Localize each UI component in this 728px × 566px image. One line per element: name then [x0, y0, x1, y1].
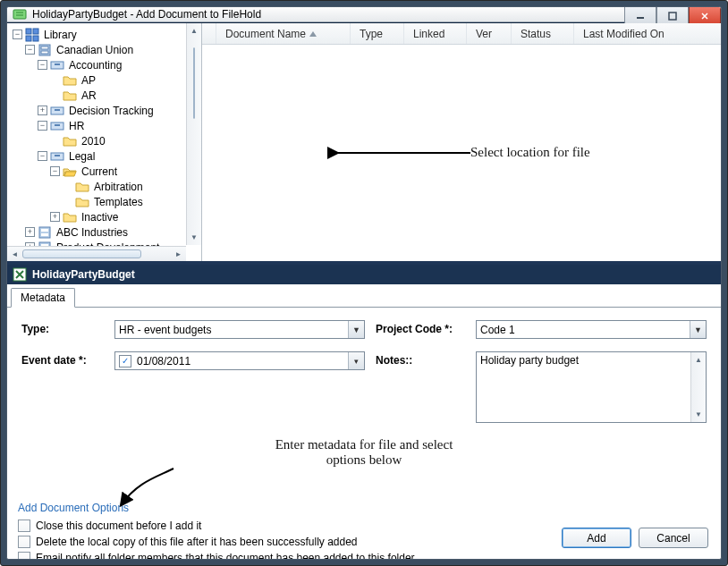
app-icon — [13, 7, 27, 21]
tree-node-2010[interactable]: 2010 — [80, 135, 107, 148]
notes-scrollbar[interactable]: ▲ ▼ — [690, 352, 706, 422]
column-ver[interactable]: Ver — [467, 23, 512, 44]
folder-tree[interactable]: − Library − Canadian Union — [7, 23, 201, 261]
minimize-button[interactable] — [624, 7, 656, 25]
scroll-up-icon[interactable]: ▲ — [691, 352, 706, 367]
library-icon — [25, 28, 39, 42]
project-code-value: Code 1 — [477, 324, 690, 336]
outer-frame: HolidayPartyBudget - Add Document to Fil… — [0, 0, 728, 566]
tree-node-decision-tracking[interactable]: Decision Tracking — [67, 105, 156, 117]
svg-rect-5 — [26, 36, 31, 41]
project-code-combo[interactable]: Code 1 ▼ — [476, 320, 707, 339]
scroll-down-icon[interactable]: ▼ — [187, 230, 201, 245]
tree-node-accounting[interactable]: Accounting — [67, 59, 123, 72]
svg-rect-11 — [55, 63, 60, 65]
document-name: HolidayPartyBudget — [32, 268, 135, 281]
add-button[interactable]: Add — [562, 528, 631, 548]
scroll-left-icon[interactable]: ◄ — [7, 247, 22, 261]
sort-ascending-icon — [309, 31, 317, 37]
column-document-name[interactable]: Document Name — [216, 23, 351, 44]
date-enable-checkbox[interactable]: ✓ — [119, 355, 131, 367]
type-combo[interactable]: HR - event budgets ▼ — [114, 320, 365, 339]
collapse-icon[interactable]: − — [50, 166, 60, 176]
checkbox-delete-local[interactable] — [18, 536, 30, 548]
column-label: Last Modified On — [583, 28, 665, 40]
svg-rect-1 — [637, 17, 644, 19]
collapse-icon[interactable]: − — [38, 60, 47, 70]
title-bar: HolidayPartyBudget - Add Document to Fil… — [7, 7, 721, 22]
checkbox-close-before[interactable] — [18, 520, 30, 532]
calendar-dropdown-icon[interactable]: ▾ — [348, 352, 364, 369]
folder-icon — [63, 134, 77, 148]
scroll-thumb[interactable] — [22, 249, 141, 258]
column-label: Ver — [476, 28, 492, 40]
collapse-icon[interactable]: − — [38, 151, 47, 161]
tree-node-abc-industries[interactable]: ABC Industries — [55, 226, 130, 239]
expand-icon[interactable]: + — [38, 106, 47, 115]
dropdown-icon[interactable]: ▼ — [348, 321, 364, 338]
tree-node-inactive[interactable]: Inactive — [80, 211, 120, 224]
folder-icon — [63, 89, 77, 103]
tree-vertical-scrollbar[interactable]: ▲ ▼ — [186, 23, 201, 245]
drawer-icon — [50, 104, 64, 118]
tree-node-current[interactable]: Current — [80, 165, 119, 178]
expand-icon[interactable]: + — [25, 227, 35, 237]
metadata-panel: Metadata Type: HR - event budgets ▼ Proj… — [7, 284, 721, 496]
close-button[interactable] — [689, 7, 721, 25]
svg-rect-20 — [41, 233, 48, 236]
tab-label: Metadata — [21, 291, 65, 304]
tree-node-library[interactable]: Library — [42, 29, 79, 41]
annotation-arrow-icon — [327, 144, 479, 162]
type-value: HR - event budgets — [115, 324, 348, 336]
annotation-arrow-icon — [111, 464, 182, 509]
tab-strip: Metadata — [7, 286, 721, 308]
label-notes: Notes:: — [376, 351, 465, 367]
column-type[interactable]: Type — [351, 23, 404, 44]
document-list-panel: Document Name Type Linked Ver Status Las… — [202, 23, 721, 261]
window-buttons — [624, 7, 721, 25]
tree-node-legal[interactable]: Legal — [67, 150, 97, 163]
expand-icon[interactable]: + — [50, 212, 60, 222]
column-linked[interactable]: Linked — [404, 23, 467, 44]
event-date-value[interactable]: 01/08/2011 — [135, 355, 348, 367]
collapse-icon[interactable]: − — [13, 30, 22, 39]
svg-rect-13 — [55, 109, 60, 111]
folder-open-icon — [63, 165, 77, 179]
scroll-up-icon[interactable]: ▲ — [187, 23, 201, 38]
excel-doc-icon — [13, 267, 27, 282]
svg-rect-18 — [39, 227, 50, 238]
checkbox-email-notify[interactable] — [18, 552, 30, 560]
tree-node-templates[interactable]: Templates — [92, 196, 145, 208]
column-last-modified[interactable]: Last Modified On — [574, 23, 721, 44]
tree-node-ar[interactable]: AR — [80, 89, 98, 102]
notes-textarea[interactable]: Holiday party budget ▲ ▼ — [476, 351, 707, 423]
column-status[interactable]: Status — [512, 23, 574, 44]
button-label: Cancel — [656, 532, 690, 545]
svg-rect-19 — [41, 229, 48, 232]
tab-metadata[interactable]: Metadata — [11, 288, 75, 308]
label-event-date: Event date *: — [21, 351, 104, 367]
dialog-footer: Add Cancel — [562, 528, 708, 548]
collapse-icon[interactable]: − — [25, 45, 35, 55]
option-close-before-label: Close this document before I add it — [36, 520, 201, 532]
tree-node-arbitration[interactable]: Arbitration — [92, 181, 145, 193]
svg-rect-17 — [55, 155, 60, 156]
svg-rect-6 — [33, 36, 38, 41]
collapse-icon[interactable]: − — [38, 121, 47, 131]
annotation-select-location: Select location for file — [470, 145, 590, 160]
scroll-thumb[interactable] — [193, 47, 195, 119]
column-label: Linked — [413, 28, 444, 40]
dropdown-icon[interactable]: ▼ — [690, 321, 706, 338]
cancel-button[interactable]: Cancel — [639, 528, 708, 548]
folder-icon — [75, 195, 89, 209]
window-title: HolidayPartyBudget - Add Document to Fil… — [32, 8, 261, 21]
tree-horizontal-scrollbar[interactable]: ◄ ► — [7, 246, 186, 261]
scroll-down-icon[interactable]: ▼ — [691, 407, 706, 422]
drawer-icon — [50, 149, 64, 164]
scroll-right-icon[interactable]: ► — [171, 247, 186, 261]
maximize-button[interactable] — [656, 7, 689, 25]
tree-node-canadian-union[interactable]: Canadian Union — [55, 44, 135, 56]
tree-node-hr[interactable]: HR — [67, 120, 86, 132]
event-date-input[interactable]: ✓ 01/08/2011 ▾ — [114, 351, 365, 370]
tree-node-ap[interactable]: AP — [80, 74, 97, 87]
